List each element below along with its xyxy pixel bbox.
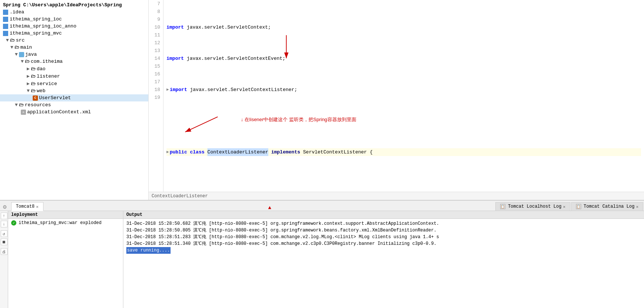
tab-label: Tomcat Catalina Log	[584, 204, 635, 209]
editor: 7 8 9 10 11 12 13 14 15 16 17 18 19	[149, 0, 644, 200]
breadcrumb-bar: ContextLoaderListener	[149, 192, 644, 200]
output-line-5: save running....	[126, 247, 641, 254]
main-area: Spring C:\Users\apple\IdeaProjects\Sprin…	[0, 0, 644, 200]
sidebar-item-label: java	[25, 52, 37, 57]
output-content[interactable]: 31-Dec-2018 15:28:50.682 淇℃伅 [http-nio-8…	[123, 219, 644, 308]
code-line-8: import javax.servlet.ServletContextEvent…	[166, 55, 641, 62]
deploy-status-icon: ✓	[11, 220, 16, 226]
output-line-1: 31-Dec-2018 15:28:50.682 淇℃伅 [http-nio-8…	[126, 220, 641, 227]
sidebar-item-label: applicationContext.xml	[27, 109, 91, 115]
sidebar-item-ioc-anno[interactable]: itheima_spring_ioc_anno	[0, 23, 148, 30]
sidebar-item-label: src	[16, 38, 25, 43]
sidebar-item-label: com.itheima	[31, 59, 63, 64]
warning-triangle: ▲	[268, 205, 271, 211]
scroll-up-btn[interactable]: ↑	[1, 213, 7, 219]
sidebar-item-label: itheima_spring_ioc_anno	[10, 23, 76, 29]
code-content[interactable]: import javax.servlet.ServletContext; imp…	[164, 0, 644, 192]
sidebar-item-label: .idea	[10, 9, 24, 15]
sidebar-item-label: main	[20, 45, 32, 50]
scroll-down-btn[interactable]: ↓	[1, 221, 7, 227]
tab-close-catalina[interactable]: ✕	[636, 204, 638, 209]
sidebar-item-ioc[interactable]: itheima_spring_ioc	[0, 16, 148, 23]
bottom-panel: ⚙ Tomcat8 ✕ ▲ 📋 Tomcat Localhost Log ✕ 📋…	[0, 200, 644, 308]
sidebar-item-label: UserServlet	[39, 95, 71, 101]
sidebar-item-label: web	[37, 88, 45, 94]
tab-label: Tomcat Localhost Log	[508, 204, 562, 209]
output-panel: Output 31-Dec-2018 15:28:50.682 淇℃伅 [htt…	[123, 211, 644, 308]
stop-btn[interactable]: ⏹	[1, 239, 7, 245]
code-line-10: ↓ 在lisener中创建这个 监听类，把Spring容器放到里面	[166, 117, 641, 125]
deployment-panel: leployment ✓ itheima_spring_mvc:war expl…	[8, 211, 123, 308]
breadcrumb-text: ContextLoaderListener	[152, 194, 208, 199]
tab-icon: 📋	[500, 204, 505, 209]
deploy-item-label: itheima_spring_mvc:war exploded	[19, 220, 101, 226]
sidebar-item-label: dao	[37, 66, 45, 72]
code-line-9: ▶import javax.servlet.ServletContextList…	[166, 86, 641, 94]
sidebar-item-main[interactable]: ▼ 🗁 main	[0, 44, 148, 51]
output-label: Output	[126, 212, 142, 217]
sidebar-item-idea[interactable]: .idea	[0, 9, 148, 16]
sidebar-item-label: itheima_spring_mvc	[10, 30, 62, 36]
deployment-item[interactable]: ✓ itheima_spring_mvc:war exploded	[8, 219, 123, 227]
sidebar: Spring C:\Users\apple\IdeaProjects\Sprin…	[0, 0, 149, 200]
sidebar-item-label: resources	[25, 102, 51, 108]
sidebar-item-listener[interactable]: ▶ 🗁 listener	[0, 72, 148, 80]
sidebar-item-label: itheima_spring_ioc	[10, 16, 62, 22]
editor-wrapper: 7 8 9 10 11 12 13 14 15 16 17 18 19	[149, 0, 644, 200]
deployment-header: leployment	[8, 211, 123, 219]
sidebar-item-resources[interactable]: ▼ 🗁 resources	[0, 101, 148, 108]
sidebar-item-dao[interactable]: ▶ 🗁 dao	[0, 65, 148, 72]
sidebar-item-label: listener	[37, 74, 60, 79]
sidebar-item-web[interactable]: ▼ 🗁 web	[0, 87, 148, 94]
output-header: Output	[123, 211, 644, 219]
code-area[interactable]: 7 8 9 10 11 12 13 14 15 16 17 18 19	[149, 0, 644, 192]
tab-catalina-log[interactable]: 📋 Tomcat Catalina Log ✕	[571, 202, 643, 211]
sidebar-item-service[interactable]: ▶ 🗁 service	[0, 80, 148, 87]
sidebar-item-java[interactable]: ▼ java	[0, 51, 148, 58]
output-line-2: 31-Dec-2018 15:28:50.805 淇℃伅 [http-nio-8…	[126, 227, 641, 234]
tab-bar: ⚙ Tomcat8 ✕ ▲ 📋 Tomcat Localhost Log ✕ 📋…	[0, 201, 644, 211]
output-selected-text: save running....	[126, 247, 171, 254]
code-line-12	[166, 179, 641, 187]
restart-btn[interactable]: ↺	[1, 230, 7, 237]
code-line-7: import javax.servlet.ServletContext;	[166, 23, 641, 31]
project-title: Spring C:\Users\apple\IdeaProjects\Sprin…	[0, 1, 148, 9]
sidebar-item-appcontext-xml[interactable]: a applicationContext.xml	[0, 108, 148, 116]
sidebar-item-label: service	[37, 81, 57, 87]
tab-close-tomcat8[interactable]: ✕	[36, 204, 39, 209]
tab-tomcat8[interactable]: Tomcat8 ✕	[11, 202, 43, 211]
side-controls: ↑ ↓ ↺ ⏹ 🖨	[0, 211, 8, 308]
bottom-content: ↑ ↓ ↺ ⏹ 🖨 leployment ✓ itheima_spring_mv…	[0, 211, 644, 308]
deployment-label: leployment	[11, 212, 38, 217]
sidebar-item-com-itheima[interactable]: ▼ 🗁 com.itheima	[0, 58, 148, 65]
code-line-11: ▶public class ContextLoaderListener impl…	[166, 148, 641, 156]
tab-localhost-log[interactable]: 📋 Tomcat Localhost Log ✕	[495, 202, 570, 211]
output-line-3: 31-Dec-2018 15:28:51.283 淇℃伅 [http-nio-8…	[126, 234, 641, 240]
print-btn[interactable]: 🖨	[1, 248, 7, 255]
output-line-4: 31-Dec-2018 15:28:51.340 淇℃伅 [http-nio-8…	[126, 240, 641, 247]
sidebar-item-mvc[interactable]: itheima_spring_mvc	[0, 30, 148, 37]
sidebar-item-userservlet[interactable]: C UserServlet	[0, 94, 148, 101]
sidebar-item-src[interactable]: ▼ 🗁 src	[0, 37, 148, 44]
tab-label: Tomcat8	[16, 204, 35, 209]
tab-icon: 📋	[576, 204, 581, 209]
line-numbers: 7 8 9 10 11 12 13 14 15 16 17 18 19	[149, 0, 164, 192]
tab-close-localhost[interactable]: ✕	[563, 204, 566, 209]
